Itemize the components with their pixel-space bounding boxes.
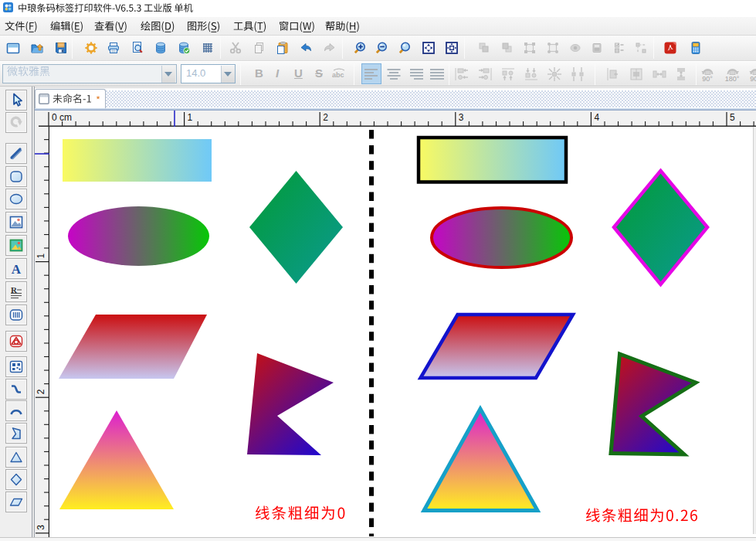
- svg-text:1: 1: [188, 112, 193, 123]
- svg-text:A: A: [12, 262, 22, 277]
- svg-text:0 cm: 0 cm: [52, 112, 72, 123]
- svg-text:3: 3: [459, 112, 464, 123]
- svg-text:2: 2: [36, 389, 46, 394]
- svg-text:4: 4: [594, 112, 599, 123]
- svg-text:3: 3: [36, 525, 46, 530]
- svg-text:1: 1: [36, 253, 46, 259]
- svg-text:2: 2: [323, 112, 328, 123]
- svg-text:abc: abc: [332, 71, 344, 79]
- svg-text:5: 5: [730, 112, 735, 123]
